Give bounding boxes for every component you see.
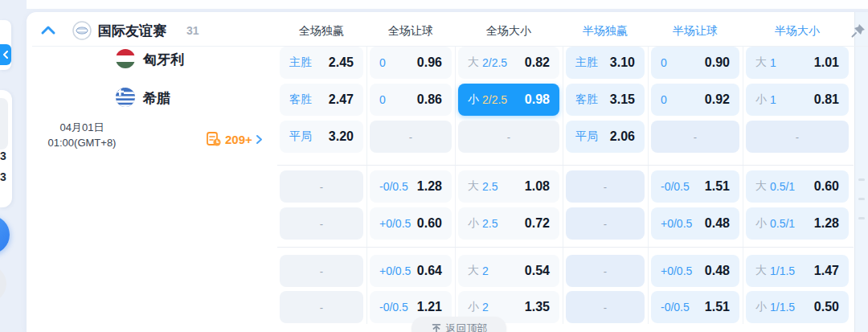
odds-cell-empty: - <box>370 121 452 153</box>
odds-cell-empty: - <box>566 170 645 203</box>
league-match-count: 31 <box>186 24 199 37</box>
clipped-odds-value: 3 <box>0 150 7 164</box>
odds-cell-ht-handicap[interactable]: -0/0.5 1.51 <box>651 291 739 323</box>
odds-cell-ft-over[interactable]: 大2.5 1.08 <box>458 170 559 203</box>
gutter-mark <box>858 217 865 219</box>
column-divider <box>563 47 563 324</box>
odds-cell-ht-home-win[interactable]: 主胜 3.10 <box>566 47 645 79</box>
clipped-floating-button-blue[interactable] <box>0 215 10 254</box>
column-header-ft-handicap: 全场让球 <box>370 24 452 39</box>
collapse-sidebar-button[interactable] <box>0 44 11 65</box>
column-divider <box>455 47 456 324</box>
flag-hungary-icon <box>116 49 135 68</box>
match-time: 01:00(GMT+8) <box>29 135 135 150</box>
chevron-right-icon <box>256 134 263 145</box>
odds-cell-empty: - <box>566 255 645 287</box>
odds-cell-ht-under[interactable]: 小1/1.5 0.50 <box>746 291 849 323</box>
odds-cell-ft-handicap[interactable]: +0/0.5 0.64 <box>370 255 452 287</box>
gutter-mark <box>858 178 865 181</box>
group-divider <box>277 247 854 248</box>
odds-cell-ht-over[interactable]: 大1 1.01 <box>746 47 849 79</box>
away-team-name: 希腊 <box>143 89 170 108</box>
back-to-top-label: 返回顶部 <box>446 322 488 332</box>
header-divider <box>32 46 868 47</box>
odds-cell-ht-away-win[interactable]: 客胜 3.15 <box>566 84 645 116</box>
odds-cell-ft-under[interactable]: 小2.5 0.72 <box>458 207 559 240</box>
odds-cell-selected-ft-under[interactable]: 小2/2.5 0.98 <box>458 84 559 116</box>
more-markets-link[interactable]: 209+ <box>206 129 263 149</box>
odds-cell-ft-away-win[interactable]: 客胜 2.47 <box>280 84 363 116</box>
pinned-column-gutter <box>854 12 868 332</box>
odds-cell-ht-under[interactable]: 小1 0.81 <box>746 84 849 116</box>
odds-cell-ft-home-win[interactable]: 主胜 2.45 <box>280 47 363 79</box>
odds-cell-empty: - <box>566 291 645 323</box>
match-datetime: 04月01日 01:00(GMT+8) <box>29 120 135 150</box>
group-divider <box>277 165 854 166</box>
odds-cell-ft-handicap[interactable]: -0/0.5 1.28 <box>370 170 452 203</box>
back-to-top-button[interactable]: 返回顶部 <box>411 317 506 332</box>
odds-cell-ft-handicap-away[interactable]: 0 0.86 <box>370 84 452 116</box>
clipped-card-above <box>27 0 868 9</box>
odds-cell-empty: - <box>651 121 739 153</box>
gutter-mark <box>858 198 865 200</box>
home-team-name: 匈牙利 <box>143 51 184 69</box>
odds-cell-ht-handicap[interactable]: -0/0.5 1.51 <box>651 170 739 203</box>
odds-cell-ht-handicap-away[interactable]: 0 0.92 <box>651 84 739 116</box>
chevron-left-icon <box>2 51 9 59</box>
clipped-left-panel: 3 3 <box>0 90 12 207</box>
flag-greece-icon <box>116 88 135 107</box>
odds-cell-ht-handicap-home[interactable]: 0 0.90 <box>651 47 739 79</box>
odds-cell-empty: - <box>280 255 363 287</box>
markets-icon <box>206 131 222 147</box>
odds-cell-ft-draw[interactable]: 平局 3.20 <box>280 121 363 153</box>
league-name[interactable]: 国际友谊赛 <box>98 22 166 40</box>
clipped-left-field <box>0 98 8 150</box>
odds-cell-ht-over[interactable]: 大0.5/1 0.60 <box>746 170 849 203</box>
odds-cell-ht-draw[interactable]: 平局 2.06 <box>566 121 645 153</box>
odds-cell-empty: - <box>566 207 645 240</box>
clipped-odds-value: 3 <box>0 170 7 185</box>
column-header-ht-overunder[interactable]: 半场大小 <box>746 24 849 39</box>
screenshot-root: 国际友谊赛 31 全场独赢 全场让球 全场大小 半场独赢 半场让球 半场大小 匈… <box>0 0 868 332</box>
odds-cell-empty: - <box>280 291 363 323</box>
column-header-ht-handicap[interactable]: 半场让球 <box>651 24 739 39</box>
pin-icon[interactable] <box>850 23 866 39</box>
column-divider <box>648 47 649 324</box>
collapse-league-button[interactable] <box>40 24 58 39</box>
column-header-ft-overunder: 全场大小 <box>458 24 559 39</box>
odds-cell-empty: - <box>280 170 363 203</box>
odds-cell-empty: - <box>458 121 559 153</box>
odds-cell-ft-handicap[interactable]: +0/0.5 0.60 <box>370 207 452 240</box>
odds-cell-ft-over[interactable]: 大2 0.54 <box>458 255 559 287</box>
column-header-ht-win[interactable]: 半场独赢 <box>566 24 645 39</box>
odds-cell-ht-over[interactable]: 大1/1.5 1.47 <box>746 255 849 287</box>
clipped-floating-button-gray[interactable] <box>0 265 6 302</box>
match-date: 04月01日 <box>29 120 135 135</box>
odds-cell-ft-handicap-home[interactable]: 0 0.96 <box>370 47 452 79</box>
clipped-text-fragment <box>71 2 191 9</box>
odds-cell-ht-handicap[interactable]: +0/0.5 0.48 <box>651 255 739 287</box>
league-badge <box>72 21 92 40</box>
odds-cell-ft-over[interactable]: 大2/2.5 0.82 <box>458 47 559 79</box>
odds-cell-empty: - <box>746 121 849 153</box>
odds-cell-ht-under[interactable]: 小0.5/1 1.28 <box>746 207 849 240</box>
column-divider <box>366 47 367 324</box>
odds-cell-ht-handicap[interactable]: +0/0.5 0.48 <box>651 207 739 240</box>
column-header-ft-win: 全场独赢 <box>280 24 363 39</box>
back-to-top-icon <box>431 323 442 332</box>
markets-count: 209+ <box>225 133 252 146</box>
chevron-up-icon <box>40 24 56 35</box>
odds-cell-empty: - <box>280 207 363 240</box>
column-divider <box>743 47 743 324</box>
